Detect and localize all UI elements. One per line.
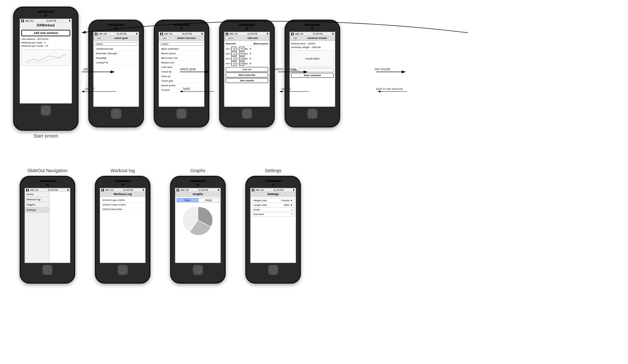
- last-workout-info: Last workout - 6/27/2013 Workouts per we…: [21, 38, 70, 48]
- home-button-b4[interactable]: [268, 265, 278, 275]
- nav-graphs[interactable]: Graphs: [25, 202, 49, 207]
- notes-label: Notes: [291, 69, 298, 72]
- home-button-1[interactable]: [41, 106, 51, 115]
- workout-results-wrapper: ▌▌ ABC 3G 01:35 PM ▮ back workout result…: [285, 20, 340, 127]
- slideout-wrapper: SlideOut Navigation ▌▌ ABC 3G 01:35 PM ▮: [20, 168, 75, 284]
- exercise-back-ext[interactable]: Back extension: [160, 47, 203, 51]
- slideout-content: Home Workout log Graphs Settings: [25, 192, 70, 263]
- exercise-chin-up[interactable]: Chin-up: [160, 74, 203, 79]
- goal-muscular[interactable]: Muscular Strength: [95, 51, 137, 56]
- goals-row[interactable]: Goals >: [252, 207, 294, 212]
- set3-delete[interactable]: ✕: [249, 57, 252, 60]
- screen-title-4: edit sets: [237, 37, 268, 40]
- exercise-crunch[interactable]: Crunch: [160, 88, 203, 92]
- battery-5: ▮: [332, 32, 334, 35]
- top-row: ▌▌ ABC 3G 01:35 PM ▮ DXWorkout Add new w…: [13, 7, 615, 139]
- slideout-screen: ▌▌ ABC 3G 01:35 PM ▮ Home Workout log Gr…: [25, 188, 70, 263]
- exercise-bench-press-2[interactable]: bench press: [160, 83, 203, 88]
- settings-screen: ▌▌ ABC 3G 01:35 PM ▮ Settings Weight uni…: [250, 188, 296, 263]
- nav-settings[interactable]: Settings: [25, 207, 49, 213]
- home-button-2[interactable]: [111, 109, 121, 119]
- next-exercise-button[interactable]: Next exercise: [226, 73, 268, 77]
- exercise-chest-fly[interactable]: Chest fly: [160, 70, 203, 74]
- set4-weight[interactable]: 120: [239, 61, 244, 66]
- battery-3: ▮: [201, 32, 203, 35]
- time-4: 01:35 PM: [248, 33, 257, 35]
- add-set-button[interactable]: Add set: [226, 67, 268, 72]
- time-3: 01:35 PM: [182, 33, 192, 35]
- battery-b3: ▮: [218, 189, 219, 191]
- add-workout-button[interactable]: Add new workout: [21, 30, 70, 36]
- log-entry-3[interactable]: 2/26/13 Arms 50m: [101, 207, 144, 212]
- status-bar-1: ▌▌ ABC 3G 01:35 PM ▮: [20, 19, 72, 23]
- home-button-b1[interactable]: [43, 265, 52, 275]
- nav-bar-5: back workout results: [290, 36, 335, 41]
- exercise-bench-press[interactable]: Bench press: [160, 51, 203, 56]
- speaker-icon: [38, 11, 54, 13]
- exercises-row[interactable]: Exercises >: [252, 212, 294, 217]
- back-button-3[interactable]: back: [160, 36, 169, 40]
- pie-chart: [183, 206, 213, 235]
- status-bar-b1: ▌▌ ABC 3G 01:35 PM ▮: [25, 188, 70, 192]
- app-title: DXWorkout: [20, 23, 72, 28]
- home-button-b2[interactable]: [118, 265, 128, 275]
- toggle-weight[interactable]: Weight: [198, 198, 219, 202]
- back-button-5[interactable]: back: [291, 36, 300, 40]
- length-units-dropdown-icon[interactable]: ▼: [290, 204, 293, 207]
- graphs-content: Goals Weight: [175, 197, 220, 263]
- phone-graphs: ▌▌ ABC 3G 01:35 PM ▮ Graphs Goals Weight: [170, 176, 226, 284]
- set4-delete[interactable]: ✕: [249, 62, 252, 65]
- screen-title-2: select goal: [105, 37, 137, 40]
- set2-weight[interactable]: 90: [239, 52, 244, 56]
- status-bar-3: ▌▌ ABC 3G 01:35 PM ▮: [159, 32, 204, 36]
- battery-4: ▮: [267, 32, 268, 35]
- exercise-search-field[interactable]: search: [160, 42, 203, 46]
- search-input-exercise[interactable]: [168, 43, 201, 45]
- workout-log-label: Workout log: [111, 168, 135, 173]
- exercise-calf[interactable]: Calf raise: [160, 65, 203, 70]
- back-button-2[interactable]: back: [95, 36, 104, 40]
- workout-log-screen: ▌▌ ABC 3G 01:35 PM ▮ Workout Log 2/14/13…: [100, 188, 146, 263]
- home-btn-inner-b2: [119, 267, 126, 273]
- home-button-5[interactable]: [307, 109, 317, 119]
- home-btn-inner-4: [244, 110, 250, 117]
- set2-reps[interactable]: 12: [231, 52, 236, 56]
- set2-delete[interactable]: ✕: [249, 52, 252, 55]
- goal-flexibility[interactable]: Flexibility: [95, 56, 137, 60]
- home-button-b3[interactable]: [193, 265, 203, 275]
- save-workout-button[interactable]: Save workout: [291, 73, 334, 78]
- see-results-button[interactable]: See results: [226, 78, 268, 83]
- home-button-4[interactable]: [242, 109, 252, 119]
- time-b1: 01:35 PM: [48, 189, 58, 191]
- set3-reps[interactable]: 15: [231, 57, 236, 61]
- length-units-row: Length units Miles ▼: [252, 203, 294, 207]
- nav-home[interactable]: Home: [25, 192, 49, 197]
- weight-units-dropdown-icon[interactable]: ▼: [290, 199, 293, 202]
- cancel-button-4[interactable]: cancel: [226, 36, 236, 40]
- toggle-goals[interactable]: Goals: [177, 198, 198, 202]
- camera-b1: [46, 183, 49, 186]
- set1-reps[interactable]: 10: [231, 47, 236, 51]
- set4-reps[interactable]: 10: [231, 61, 236, 66]
- status-bar-b4: ▌▌ ABC 3G 01:35 PM ▮: [251, 188, 296, 192]
- set3-weight[interactable]: 100: [239, 57, 244, 61]
- log-entry-2[interactable]: 2/20/13 Chest 1h32m: [101, 203, 144, 207]
- exercise-biceps[interactable]: Biceps curl: [160, 60, 203, 65]
- exercise-close-grip[interactable]: Close-grip: [160, 79, 203, 83]
- notes-input[interactable]: [299, 68, 334, 72]
- exercise-bent-over[interactable]: Bent-over row: [160, 56, 203, 60]
- search-input-goal[interactable]: [103, 43, 135, 45]
- log-entry-1[interactable]: 2/14/13 Legs 1h20m: [101, 198, 144, 203]
- set1-weight[interactable]: 70: [239, 47, 244, 51]
- goal-search-field[interactable]: search: [95, 42, 137, 46]
- home-button-3[interactable]: [177, 109, 186, 119]
- nav-workout-log[interactable]: Workout log: [25, 197, 49, 202]
- graphs-label: Graphs: [190, 168, 205, 173]
- phone-workout-results: ▌▌ ABC 3G 01:35 PM ▮ back workout result…: [285, 20, 340, 127]
- battery-2: ▮: [136, 32, 137, 35]
- set1-delete[interactable]: ✕: [249, 47, 252, 50]
- phone-workout-log: ▌▌ ABC 3G 01:35 PM ▮ Workout Log 2/14/13…: [95, 176, 150, 284]
- goal-cardiovascular[interactable]: Cardiovascular: [95, 47, 137, 51]
- set3-x: x: [237, 58, 238, 60]
- goal-losing-fat[interactable]: Losing Fat: [95, 60, 137, 65]
